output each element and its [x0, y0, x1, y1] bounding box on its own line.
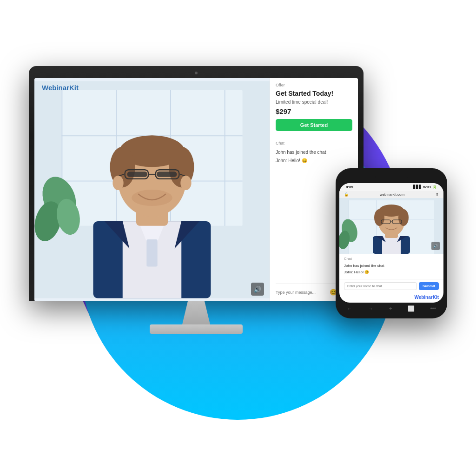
phone-submit-button[interactable]: Submit [419, 282, 439, 290]
svg-rect-20 [127, 172, 147, 177]
phone-forward-button[interactable]: → [368, 305, 373, 312]
phone-video-area: 🔊 [339, 198, 443, 254]
phone-frame: 8:09 ▋▋▋ WiFi 🔋 🔒 webinarkit.com ⬆ [336, 168, 447, 318]
phone-chat-message-2: John: Hello! 😊 [344, 270, 439, 275]
chat-input[interactable] [276, 290, 328, 295]
phone-screen: 8:09 ▋▋▋ WiFi 🔋 🔒 webinarkit.com ⬆ [339, 183, 443, 303]
phone-address-bar: 🔒 webinarkit.com ⬆ [339, 191, 443, 198]
offer-subtitle: Limited time special deal! [276, 99, 352, 105]
phone-status-icons: ▋▋▋ WiFi 🔋 [413, 185, 437, 189]
phone-url: webinarkit.com [380, 192, 404, 197]
monitor-screen: WebinarKit [34, 78, 358, 301]
monitor: WebinarKit [29, 66, 364, 334]
presenter-illustration [34, 78, 270, 301]
monitor-base [150, 324, 243, 334]
lock-icon: 🔒 [344, 192, 349, 197]
phone-input-row: Submit [339, 279, 443, 293]
phone-time: 8:09 [346, 185, 353, 189]
video-panel: WebinarKit [34, 78, 270, 301]
phone-chat-section: Chat John has joined the chat John: Hell… [339, 254, 443, 279]
battery-icon: 🔋 [432, 185, 437, 189]
offer-title: Get Started Today! [276, 89, 352, 98]
svg-point-27 [132, 190, 172, 206]
monitor-camera [195, 72, 198, 74]
phone-chat-label: Chat [344, 257, 439, 261]
phone-chat-message-1: John has joined the chat [344, 263, 439, 268]
phone-back-button[interactable]: ← [347, 305, 352, 312]
offer-label: Offer [276, 83, 352, 87]
chat-message-1: John has joined the chat [276, 149, 352, 156]
svg-point-28 [112, 176, 123, 190]
chat-label: Chat [276, 141, 352, 145]
scene: WebinarKit [29, 38, 447, 438]
phone-presenter-illustration [339, 198, 443, 254]
presenter-area [34, 78, 270, 301]
phone-add-button[interactable]: + [389, 305, 392, 312]
phone-share-button[interactable]: ⬜ [408, 305, 415, 312]
offer-section: Offer Get Started Today! Limited time sp… [270, 78, 358, 136]
chat-message-2: John: Hello! 😊 [276, 158, 352, 164]
offer-price: $297 [276, 107, 352, 115]
svg-rect-21 [157, 172, 177, 177]
phone-more-button[interactable]: ••• [430, 305, 436, 312]
get-started-button[interactable]: Get Started [276, 119, 352, 131]
volume-button[interactable]: 🔊 [251, 283, 264, 296]
volume-icon: 🔊 [254, 286, 261, 293]
phone-chat-input[interactable] [344, 282, 417, 290]
phone-volume-button[interactable]: 🔊 [431, 242, 440, 250]
phone-status-bar: 8:09 ▋▋▋ WiFi 🔋 [339, 183, 443, 191]
svg-rect-14 [146, 239, 157, 266]
monitor-frame: WebinarKit [29, 66, 364, 301]
phone: 8:09 ▋▋▋ WiFi 🔋 🔒 webinarkit.com ⬆ [336, 168, 447, 318]
svg-rect-41 [382, 236, 401, 254]
phone-home-bar: ← → + ⬜ ••• [339, 303, 443, 314]
share-icon: ⬆ [436, 192, 439, 197]
phone-notch [375, 173, 408, 181]
phone-brand-label: WebinarKit [339, 293, 443, 303]
signal-icon: ▋▋▋ [413, 185, 422, 189]
svg-rect-5 [225, 90, 225, 226]
wifi-icon: WiFi [423, 185, 431, 189]
svg-point-29 [180, 176, 191, 190]
phone-volume-icon: 🔊 [433, 244, 438, 248]
webinarkit-logo: WebinarKit [42, 84, 79, 92]
monitor-stand-neck [182, 301, 210, 324]
